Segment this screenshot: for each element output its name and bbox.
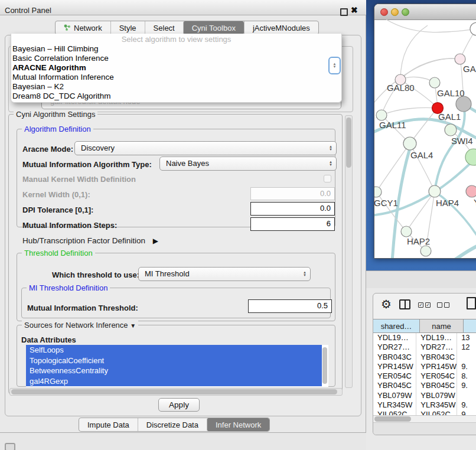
which-threshold-value: MI Threshold bbox=[145, 269, 190, 278]
document-icon[interactable] bbox=[467, 297, 476, 309]
table-row[interactable]: YBL079WYBL079W bbox=[373, 391, 476, 400]
network-node-hap4[interactable] bbox=[429, 185, 441, 197]
column-header[interactable]: shared… bbox=[373, 319, 420, 333]
table-cell: YDR27… bbox=[373, 343, 416, 352]
table-cell: YBR045C bbox=[373, 381, 416, 390]
node-label: GAL1 bbox=[438, 112, 461, 122]
network-node[interactable] bbox=[465, 149, 476, 165]
table-row[interactable]: YDR27…YDR27…12 bbox=[373, 343, 476, 352]
mi-type-value: Naive Bayes bbox=[166, 159, 209, 168]
list-scrollbar[interactable] bbox=[322, 347, 327, 384]
data-attribute-item[interactable]: SelfLoops bbox=[26, 345, 322, 356]
node-label: GAL11 bbox=[379, 120, 406, 130]
table-row[interactable]: YBR043CYBR043C bbox=[373, 353, 476, 362]
network-node[interactable] bbox=[420, 246, 431, 256]
table-row[interactable]: YDL19…YDL19…13 bbox=[373, 333, 476, 343]
close-traffic-light-icon[interactable] bbox=[380, 8, 388, 16]
column-header[interactable]: name bbox=[420, 319, 464, 333]
sources-group-title[interactable]: Sources for Network Inference ▼ bbox=[22, 321, 138, 330]
tab-select[interactable]: Select bbox=[145, 21, 183, 34]
table-header-row[interactable]: shared…nameA bbox=[373, 319, 476, 333]
table-cell: YLR345W bbox=[373, 400, 416, 410]
gear-icon[interactable]: ⚙ bbox=[381, 297, 392, 311]
collapsed-arrow-icon[interactable]: ▶ bbox=[153, 237, 158, 245]
scrollbar-thumb[interactable] bbox=[346, 118, 351, 168]
mi-steps-field[interactable]: 6 bbox=[250, 217, 335, 231]
column-header[interactable]: A bbox=[464, 319, 476, 333]
aracne-mode-combobox[interactable]: Discovery ▲▼ bbox=[74, 141, 337, 155]
mi-type-label: Mutual Information Algorithm Type: bbox=[22, 160, 152, 169]
network-edge[interactable] bbox=[400, 25, 428, 80]
algorithm-option[interactable]: Bayesian – K2 bbox=[11, 82, 341, 92]
data-attribute-item[interactable]: gal4RGexp bbox=[26, 376, 322, 387]
algorithm-option[interactable]: Bayesian – Hill Climbing bbox=[11, 44, 341, 54]
network-graph-canvas[interactable]: GALGAL80GAL10GAL1GAL11SWI4GAL4GCY1HAP4YH… bbox=[374, 19, 476, 259]
network-node-gal10[interactable] bbox=[429, 77, 440, 88]
mi-threshold-group-title: MI Threshold Definition bbox=[27, 283, 110, 292]
hub-definition-label[interactable]: Hub/Transcription Factor Definition ▶ bbox=[22, 236, 158, 245]
zoom-traffic-light-icon[interactable] bbox=[402, 8, 409, 16]
kernel-width-field[interactable]: 0.0 bbox=[250, 187, 335, 200]
table-row[interactable]: YIL052CYIL052C9 bbox=[373, 410, 476, 415]
network-window-titlebar[interactable] bbox=[374, 4, 476, 20]
data-attribute-item[interactable]: BetweennessCentrality bbox=[26, 366, 322, 376]
network-edge[interactable] bbox=[386, 19, 476, 32]
algorithm-option[interactable]: Dream8 DC_TDC Algorithm bbox=[11, 92, 341, 101]
table-horizontal-scrollbar[interactable] bbox=[373, 415, 476, 423]
select-all-checkboxes-icon[interactable]: ✓ ✓ bbox=[418, 302, 431, 308]
mi-steps-label: Mutual Information Steps: bbox=[22, 221, 117, 230]
network-node-y[interactable] bbox=[466, 185, 476, 197]
tab-infer-network[interactable]: Infer Network bbox=[207, 418, 269, 431]
control-panel-tabs: NetworkStyleSelectCyni ToolboxjActiveMNo… bbox=[55, 21, 319, 35]
node-label: GCY1 bbox=[374, 198, 398, 208]
tab-network[interactable]: Network bbox=[56, 21, 110, 34]
data-attributes-list[interactable]: SelfLoopsTopologicalCoefficientBetweenne… bbox=[26, 345, 328, 387]
network-edge[interactable] bbox=[382, 107, 438, 115]
float-window-icon[interactable] bbox=[340, 8, 348, 16]
manual-kernel-checkbox[interactable] bbox=[324, 175, 331, 182]
network-node-gal[interactable] bbox=[455, 54, 465, 64]
tab-cyni-toolbox[interactable]: Cyni Toolbox bbox=[183, 21, 244, 34]
tab-style[interactable]: Style bbox=[110, 21, 145, 34]
close-icon[interactable]: ✖ bbox=[351, 5, 358, 15]
algorithm-option[interactable]: Mutual Information Inference bbox=[11, 73, 341, 82]
dpi-tolerance-field[interactable]: 0.0 bbox=[250, 202, 335, 216]
table-row[interactable]: YBR045CYBR045C9. bbox=[373, 381, 476, 390]
deselect-all-checkboxes-icon[interactable] bbox=[437, 302, 449, 308]
which-threshold-combobox[interactable]: MI Threshold ▲▼ bbox=[138, 267, 311, 281]
tab-impute-data[interactable]: Impute Data bbox=[79, 418, 138, 431]
table-rows[interactable]: YDL19…YDL19…13YDR27…YDR27…12YBR043CYBR04… bbox=[373, 333, 476, 415]
network-node-swi4[interactable] bbox=[445, 124, 457, 136]
mi-threshold-field[interactable]: 0.5 bbox=[248, 299, 332, 313]
dock-panel-icon[interactable] bbox=[5, 443, 15, 450]
network-node-gcy1[interactable] bbox=[374, 187, 382, 197]
settings-horizontal-scrollbar[interactable] bbox=[9, 388, 343, 396]
algorithm-combobox-stepper[interactable]: ▲▼ bbox=[328, 57, 341, 74]
network-node[interactable] bbox=[470, 22, 476, 35]
network-node-hap2[interactable] bbox=[401, 226, 412, 237]
scrollbar-thumb[interactable] bbox=[11, 389, 337, 394]
table-row[interactable]: YLR345WYLR345W9. bbox=[373, 400, 476, 410]
apply-button[interactable]: Apply bbox=[158, 398, 200, 412]
settings-vertical-scrollbar[interactable] bbox=[345, 115, 353, 388]
mi-type-combobox[interactable]: Naive Bayes ▲▼ bbox=[159, 156, 337, 171]
network-node[interactable] bbox=[456, 96, 471, 112]
table-row[interactable]: YPR145WYPR145W9. bbox=[373, 362, 476, 371]
network-edge[interactable] bbox=[444, 239, 476, 259]
minimize-traffic-light-icon[interactable] bbox=[391, 8, 399, 16]
control-panel-titlebar[interactable]: Control Panel ✖ bbox=[0, 0, 366, 15]
network-edge[interactable] bbox=[406, 191, 435, 231]
network-edge[interactable] bbox=[400, 58, 460, 80]
data-attribute-item[interactable]: TopologicalCoefficient bbox=[26, 356, 322, 366]
algorithm-option[interactable]: ARACNE Algorithm bbox=[11, 63, 341, 73]
tab-jactivemnodules[interactable]: jActiveMNodules bbox=[244, 21, 318, 34]
expanded-arrow-icon[interactable]: ▼ bbox=[130, 322, 136, 329]
split-columns-icon[interactable] bbox=[399, 299, 410, 309]
scrollbar-thumb[interactable] bbox=[374, 416, 411, 422]
network-node-gal4[interactable] bbox=[403, 137, 416, 150]
table-row[interactable]: YER054CYER054C8. bbox=[373, 371, 476, 381]
table-cell: YBR043C bbox=[373, 353, 416, 362]
tab-discretize-data[interactable]: Discretize Data bbox=[138, 418, 207, 431]
network-node-gal11[interactable] bbox=[376, 110, 387, 120]
algorithm-option[interactable]: Basic Correlation Inference bbox=[11, 54, 341, 63]
